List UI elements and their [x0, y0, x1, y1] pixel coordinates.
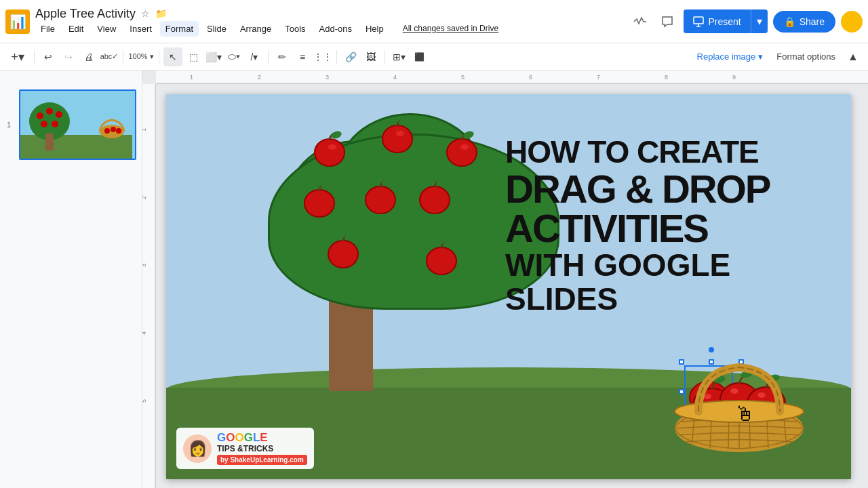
svg-point-43	[420, 186, 450, 214]
undo-btn[interactable]: ↩	[39, 47, 58, 66]
svg-point-48	[442, 239, 454, 249]
slide-canvas[interactable]: 🖱	[166, 94, 851, 479]
svg-text:1: 1	[190, 74, 193, 81]
svg-text:3: 3	[326, 74, 329, 81]
doc-title-area: Apple Tree Activity ☆ 📁 File Edit View I…	[35, 7, 504, 37]
menu-edit[interactable]: Edit	[63, 21, 89, 37]
share-label: Share	[800, 16, 825, 27]
canvas-with-vruler: 1 2 3 4 5	[142, 84, 868, 488]
toolbar-insert-group: +▾	[5, 47, 30, 66]
menu-addons[interactable]: Add-ons	[314, 21, 357, 37]
svg-point-9	[52, 121, 58, 127]
tree-apple-4[interactable]	[302, 179, 337, 218]
replace-image-dropdown-icon[interactable]: ▾	[758, 52, 763, 62]
svg-text:4: 4	[142, 331, 147, 335]
spellcheck-btn[interactable]: abc✓	[100, 47, 119, 66]
share-button[interactable]: 🔒 Share	[773, 11, 835, 33]
menu-help[interactable]: Help	[360, 21, 389, 37]
add-btn[interactable]: +▾	[5, 47, 30, 66]
link-tool[interactable]: 🔗	[341, 47, 360, 66]
svg-point-6	[46, 108, 53, 115]
svg-point-45	[328, 241, 358, 268]
basket[interactable]	[661, 317, 810, 452]
replace-image-button[interactable]: Replace image ▾	[692, 49, 769, 64]
menu-file[interactable]: File	[35, 21, 60, 37]
svg-text:9: 9	[732, 74, 736, 81]
menu-insert[interactable]: Insert	[124, 21, 157, 37]
image-tool[interactable]: 🖼	[361, 47, 380, 66]
activity-icon[interactable]	[629, 11, 651, 33]
user-avatar[interactable]	[841, 11, 863, 33]
circle-tool[interactable]: ⬭▾	[224, 47, 243, 66]
svg-text:2: 2	[258, 74, 261, 81]
replace-image-label: Replace image	[697, 52, 756, 62]
star-icon[interactable]: ☆	[141, 8, 150, 19]
cursor-tool[interactable]: ↖	[163, 47, 182, 66]
present-dropdown[interactable]: ▾	[751, 9, 768, 33]
svg-text:1: 1	[142, 128, 147, 131]
tree-apple-5[interactable]	[363, 176, 398, 215]
sep6	[384, 50, 385, 64]
menu-view[interactable]: View	[92, 21, 121, 37]
print-btn[interactable]: 🖨	[79, 47, 98, 66]
canvas-area: 1 2 3 4 5 6 7 8 9 1 2 3 4 5	[142, 70, 868, 488]
menu-tools[interactable]: Tools	[279, 21, 311, 37]
logo-text: GOOGLE TIPS &TRICKS by ShakeUpLearning.c…	[217, 432, 307, 465]
svg-text:2: 2	[142, 196, 147, 199]
slide-thumbnail-1[interactable]	[19, 89, 136, 160]
doc-title[interactable]: Apple Tree Activity	[35, 7, 136, 21]
mask-tool[interactable]: ⬛	[410, 47, 429, 66]
tree-apple-8[interactable]	[424, 237, 459, 276]
slide-text-line1: HOW TO CREATE	[505, 135, 831, 169]
logo-e: E	[260, 431, 267, 444]
present-button-group[interactable]: Present ▾	[684, 9, 767, 33]
format-options-button[interactable]: Format options	[771, 49, 841, 64]
svg-text:8: 8	[665, 74, 668, 81]
ruler-horizontal: 1 2 3 4 5 6 7 8 9	[156, 70, 868, 84]
logo-byline: by ShakeUpLearning.com	[217, 455, 307, 465]
shape-tool[interactable]: ⬜▾	[204, 47, 223, 66]
svg-text:5: 5	[461, 74, 465, 81]
transform-tool[interactable]: ⊞▾	[389, 47, 408, 66]
redo-btn[interactable]: ↪	[59, 47, 78, 66]
svg-text:5: 5	[142, 399, 147, 403]
svg-point-31	[330, 130, 342, 140]
comments-icon[interactable]	[656, 11, 678, 33]
toolbar-right: Replace image ▾ Format options ▲	[692, 47, 863, 66]
align-right-tool[interactable]: ⋮⋮	[313, 47, 332, 66]
line-tool[interactable]: /▾	[245, 47, 264, 66]
tree-apple-1[interactable]	[312, 128, 347, 167]
format-options-label: Format options	[776, 52, 835, 62]
select-tool[interactable]: ⬚	[184, 47, 203, 66]
svg-text:6: 6	[529, 74, 532, 81]
present-button[interactable]: Present	[684, 11, 750, 33]
svg-point-34	[398, 117, 410, 127]
tree-apple-2[interactable]	[380, 115, 415, 154]
collapse-toolbar-button[interactable]: ▲	[844, 47, 863, 66]
sep5	[336, 50, 337, 64]
svg-point-38	[460, 144, 469, 150]
svg-point-8	[41, 121, 47, 127]
tree-apple-7[interactable]	[326, 230, 361, 269]
tree-apple-3[interactable]	[444, 128, 479, 167]
menu-arrange[interactable]: Arrange	[235, 21, 277, 37]
sep4	[268, 50, 269, 64]
zoom-btn[interactable]: 100% ▾	[127, 47, 155, 66]
svg-point-5	[37, 113, 43, 119]
svg-rect-4	[45, 134, 54, 150]
menu-slide[interactable]: Slide	[201, 21, 232, 37]
drive-icon[interactable]: 📁	[155, 8, 167, 19]
menu-format[interactable]: Format	[160, 21, 199, 37]
svg-point-35	[396, 131, 404, 136]
thumb-content	[20, 91, 132, 159]
right-actions: Present ▾ 🔒 Share	[629, 9, 863, 33]
tree-apple-6[interactable]	[417, 176, 452, 215]
logo-g2: G	[244, 431, 253, 444]
align-left-tool[interactable]: ≡	[293, 47, 312, 66]
present-label: Present	[708, 16, 741, 27]
slide-panel: 1	[0, 70, 142, 488]
svg-point-44	[435, 178, 448, 188]
svg-point-40	[320, 181, 332, 191]
svg-point-47	[427, 247, 456, 274]
pen-tool[interactable]: ✏	[273, 47, 292, 66]
